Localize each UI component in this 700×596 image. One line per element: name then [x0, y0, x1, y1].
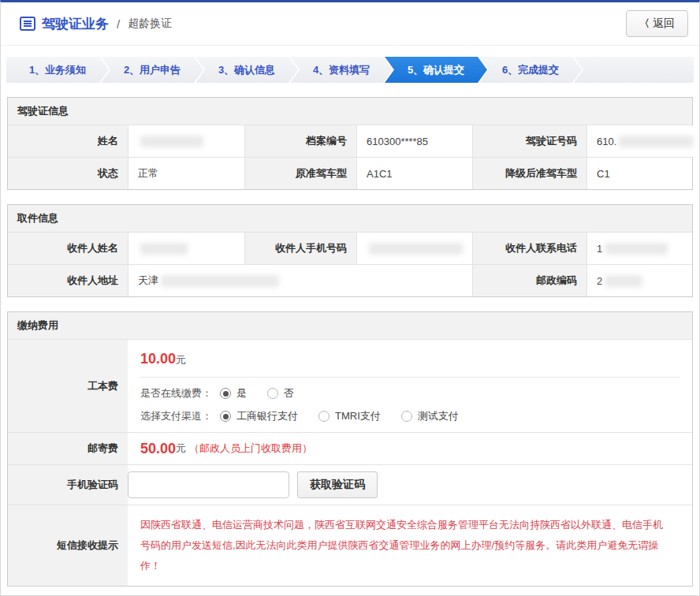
recipient-phone-text: 1	[597, 243, 602, 255]
postfee-row: 邮寄费 50.00元 （邮政人员上门收取费用）	[8, 432, 692, 464]
recipient-mobile-value	[356, 233, 472, 264]
table-row: 状态 正常 原准驾车型 A1C1 降级后准驾车型 C1	[8, 157, 692, 189]
orig-class-label: 原准驾车型	[244, 158, 356, 189]
postcode-label: 邮政编码	[472, 265, 586, 296]
list-icon	[20, 17, 35, 31]
radio-label: TMRI支付	[335, 409, 381, 423]
step-wizard: 1、业务须知 2、用户申告 3、确认信息 4、资料填写 5、确认提交 6、完成提…	[6, 57, 694, 83]
license-no-text: 610.	[597, 136, 616, 147]
recipient-name-label: 收件人姓名	[8, 233, 128, 264]
workfee-unit: 元	[176, 354, 186, 366]
step-3-confirm-info[interactable]: 3、确认信息	[195, 57, 298, 83]
section-pickup-info: 取件信息 收件人姓名 收件人手机号码 收件人联系电话 1 收件人地址 天津 邮政…	[7, 204, 693, 297]
step-2-user-declaration[interactable]: 2、用户申告	[101, 57, 203, 83]
orig-class-value: A1C1	[356, 158, 472, 189]
license-no-value: 610.	[586, 125, 700, 157]
recipient-phone-label: 收件人联系电话	[472, 233, 586, 264]
footer-actions: 上一步 完成	[1, 587, 699, 596]
step-label: 2、用户申告	[124, 64, 181, 76]
radio-label: 是	[236, 386, 247, 400]
step-5-confirm-submit[interactable]: 5、确认提交	[385, 57, 487, 83]
redacted-value	[619, 136, 694, 147]
redacted-value	[161, 275, 279, 287]
radio-channel-tmri[interactable]: TMRI支付	[318, 409, 381, 423]
radio-channel-test[interactable]: 测试支付	[401, 409, 459, 423]
postfee-note: （邮政人员上门收取费用）	[189, 441, 312, 456]
step-1-business-notice[interactable]: 1、业务须知	[6, 57, 109, 83]
section-title: 驾驶证信息	[8, 98, 692, 125]
postcode-value: 2	[586, 265, 692, 296]
breadcrumb: 驾驶证业务 / 超龄换证	[20, 15, 172, 33]
section-title: 缴纳费用	[8, 312, 692, 339]
table-row: 收件人姓名 收件人手机号码 收件人联系电话 1	[8, 232, 692, 264]
recipient-phone-value: 1	[586, 233, 692, 264]
step-4-fill-materials[interactable]: 4、资料填写	[290, 57, 393, 83]
status-value: 正常	[128, 158, 244, 189]
pay-channel-question: 选择支付渠道：	[140, 409, 212, 423]
redacted-value	[140, 243, 188, 255]
redacted-value	[605, 275, 642, 287]
file-no-label: 档案编号	[244, 125, 356, 157]
step-label: 3、确认信息	[218, 64, 275, 76]
section-license-info: 驾驶证信息 姓名 档案编号 610300****85 驾驶证号码 610. 状态…	[7, 97, 693, 190]
file-no-value: 610300****85	[356, 125, 472, 157]
name-value	[128, 125, 244, 157]
postfee-unit: 元	[176, 441, 186, 456]
captcha-label: 手机验证码	[8, 465, 128, 505]
radio-label: 否	[284, 386, 294, 400]
step-label: 1、业务须知	[29, 64, 86, 76]
workfee-amount: 10.00	[140, 351, 176, 367]
captcha-input[interactable]	[128, 471, 289, 498]
page: 驾驶证业务 / 超龄换证 〈 返回 1、业务须知 2、用户申告 3、确认信息 4…	[0, 0, 700, 596]
section-fees: 缴纳费用 工本费 10.00元 是否在线缴费： 是 否	[7, 311, 693, 587]
postfee-content: 50.00元 （邮政人员上门收取费用）	[128, 433, 692, 464]
radio-icon	[220, 388, 231, 399]
postcode-text: 2	[597, 275, 602, 287]
status-label: 状态	[8, 158, 128, 189]
redacted-value	[369, 243, 463, 255]
radio-online-yes[interactable]: 是	[220, 386, 247, 400]
sms-notice-row: 短信接收提示 因陕西省联通、电信运营商技术问题，陕西省互联网交通安全综合服务管理…	[8, 505, 692, 586]
redacted-value	[605, 243, 668, 255]
page-title: 驾驶证业务	[42, 15, 109, 33]
page-header: 驾驶证业务 / 超龄换证 〈 返回	[1, 2, 699, 46]
radio-online-no[interactable]: 否	[267, 386, 294, 400]
workfee-content: 10.00元 是否在线缴费： 是 否 选择支付渠道：	[128, 340, 692, 432]
step-label: 5、确认提交	[408, 64, 464, 76]
radio-label: 测试支付	[418, 409, 459, 423]
address-label: 收件人地址	[8, 265, 128, 296]
section-title: 取件信息	[8, 205, 692, 232]
license-no-label: 驾驶证号码	[472, 125, 586, 157]
captcha-row: 手机验证码 获取验证码	[8, 464, 692, 505]
recipient-name-value	[128, 233, 244, 264]
back-chevron-icon: 〈	[639, 17, 650, 31]
breadcrumb-separator: /	[117, 17, 120, 31]
radio-label: 工商银行支付	[236, 409, 298, 423]
step-6-finish-submit[interactable]: 6、完成提交	[479, 57, 582, 83]
step-label: 6、完成提交	[502, 64, 559, 76]
recipient-mobile-label: 收件人手机号码	[244, 233, 356, 264]
workfee-row: 工本费 10.00元 是否在线缴费： 是 否 选	[8, 339, 692, 432]
breadcrumb-current: 超龄换证	[128, 17, 172, 31]
radio-channel-icbc[interactable]: 工商银行支付	[220, 409, 298, 423]
downgrade-class-label: 降级后准驾车型	[472, 158, 586, 189]
online-pay-question: 是否在线缴费：	[140, 386, 212, 400]
radio-icon	[220, 411, 231, 422]
sms-notice-text: 因陕西省联通、电信运营商技术问题，陕西省互联网交通安全综合服务管理平台无法向持陕…	[140, 505, 680, 586]
online-pay-question-line: 是否在线缴费： 是 否	[140, 386, 680, 400]
downgrade-class-value: C1	[586, 158, 692, 189]
radio-icon	[318, 411, 330, 422]
pay-channel-question-line: 选择支付渠道： 工商银行支付 TMRI支付 测试支付	[140, 409, 680, 423]
sms-notice-label: 短信接收提示	[8, 505, 128, 586]
address-text: 天津	[138, 274, 158, 288]
table-row: 收件人地址 天津 邮政编码 2	[8, 264, 692, 296]
captcha-content: 获取验证码	[128, 465, 692, 505]
sms-notice-content: 因陕西省联通、电信运营商技术问题，陕西省互联网交通安全综合服务管理平台无法向持陕…	[128, 505, 692, 586]
step-bar-filler	[574, 57, 694, 83]
name-label: 姓名	[8, 125, 128, 157]
back-button[interactable]: 〈 返回	[626, 10, 688, 37]
step-label: 4、资料填写	[313, 64, 370, 76]
get-captcha-button[interactable]: 获取验证码	[297, 471, 378, 498]
redacted-value	[140, 136, 203, 147]
radio-icon	[401, 411, 412, 422]
